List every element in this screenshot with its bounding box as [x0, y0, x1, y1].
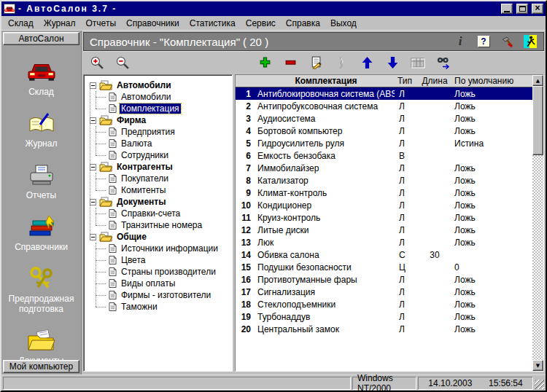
vertical-scrollbar[interactable]: ▲ ▼ — [532, 75, 543, 371]
tree-group-dokumenty[interactable]: Документы — [87, 196, 230, 208]
menu-item-otchety[interactable]: Отчеты — [82, 17, 122, 30]
cell-col-0: 7 — [236, 163, 255, 173]
status-datetime: 14.10.2003 15:56:54 — [418, 377, 533, 390]
tree-item[interactable]: Цвета — [96, 254, 230, 266]
tree-item[interactable]: Виды оплаты — [96, 278, 230, 289]
cell-col-1: Антипробуксовочная система — [255, 101, 395, 111]
tree-item[interactable]: Транзитные номера — [96, 219, 230, 231]
table-row[interactable]: 9Климат-контрольЛЛожь — [236, 187, 532, 199]
tree-item[interactable]: Справки-счета — [96, 208, 230, 219]
find-next-button[interactable] — [434, 54, 453, 71]
help-button[interactable]: ? — [476, 34, 491, 49]
move-up-button[interactable] — [357, 54, 376, 71]
collapse-expander-icon[interactable] — [90, 82, 96, 89]
exit-button[interactable] — [523, 34, 538, 49]
minimize-button[interactable] — [501, 4, 513, 14]
sidebar-item-spravochniki[interactable]: Справочники — [4, 214, 79, 252]
scroll-down-button[interactable]: ▼ — [532, 360, 543, 371]
menu-item-spravka[interactable]: Справка — [282, 17, 326, 30]
close-button[interactable]: × — [532, 4, 543, 14]
zoom-in-button[interactable] — [88, 54, 106, 71]
tree-item[interactable]: Сотрудники — [96, 149, 230, 161]
tree-item-label: Источники информации — [120, 243, 220, 254]
collapse-expander-icon[interactable] — [90, 199, 96, 205]
sidebar-item-predprodazhnaya-podgotovka[interactable]: Предпродажная подготовка — [4, 266, 79, 314]
tools-button[interactable] — [500, 34, 514, 49]
menu-item-servis[interactable]: Сервис — [241, 17, 282, 30]
column-header-2[interactable]: Тип — [395, 76, 418, 86]
tree-group-kontragenty[interactable]: Контрагенты — [87, 161, 230, 173]
sidebar-item-sklad[interactable]: Склад — [4, 59, 79, 97]
tree-item[interactable]: Страны производители — [96, 266, 230, 278]
cell-col-1: Стеклоподъемники — [255, 299, 395, 310]
tree-item[interactable]: Источники информации — [96, 243, 230, 254]
table-row[interactable]: 8КатализаторЛЛожь — [236, 174, 532, 187]
edit-button[interactable] — [306, 54, 325, 71]
scroll-up-button[interactable]: ▲ — [532, 75, 543, 86]
menu-item-spravochniki[interactable]: Справочники — [122, 17, 185, 30]
tree-group-obschie[interactable]: Общие — [87, 231, 230, 243]
panels: АвтомобилиАвтомобилиКомплектацияФирмаПре… — [83, 73, 544, 373]
tree-item[interactable]: Фирмы - изготовители — [96, 289, 230, 301]
tree-item[interactable]: Комплектация — [96, 103, 230, 114]
menu-item-zhurnal[interactable]: Журнал — [39, 17, 82, 30]
maximize-button[interactable] — [516, 4, 528, 14]
table-row[interactable]: 12Литые дискиЛЛожь — [236, 224, 532, 236]
cell-col-0: 14 — [236, 250, 255, 260]
table-row[interactable]: 14Обивка салонаС30 — [236, 248, 532, 261]
menu-item-vyhod[interactable]: Выход — [326, 17, 362, 30]
sidebar-item-otchety[interactable]: Отчеты — [4, 162, 79, 200]
table-row[interactable]: 10КондиционерЛЛожь — [236, 199, 532, 211]
title-bar[interactable]: - АвтоСалон 3.7 - × — [1, 1, 546, 16]
menu-item-statistika[interactable]: Статистика — [185, 17, 241, 30]
table-row[interactable]: 18СтеклоподъемникиЛЛожь — [236, 298, 532, 310]
table-row[interactable]: 13ЛюкЛЛожь — [236, 236, 532, 248]
cell-col-2: Ц — [395, 262, 418, 273]
tree-group-firma[interactable]: Фирма — [87, 114, 230, 126]
scrollbar-thumb[interactable] — [532, 86, 543, 155]
column-header-1[interactable]: Комплектация — [255, 76, 395, 86]
table-row[interactable]: 16Противотуманные фарыЛЛожь — [236, 273, 532, 286]
table-row[interactable]: 2Антипробуксовочная системаЛЛожь — [236, 100, 532, 112]
tree-item[interactable]: Автомобили — [96, 91, 230, 103]
my-computer-button[interactable]: Мой компьютер — [3, 360, 79, 373]
tree-item[interactable]: Таможни — [96, 301, 230, 313]
resize-grip[interactable] — [535, 380, 544, 389]
tree-item[interactable]: Валюта — [96, 138, 230, 149]
column-header-4[interactable]: По умолчанию — [451, 76, 532, 86]
tree-item[interactable]: Предприятия — [96, 126, 230, 138]
tree-group-avtomobili[interactable]: Автомобили — [87, 79, 230, 91]
collapse-expander-icon[interactable] — [90, 164, 96, 170]
collapse-expander-icon[interactable] — [90, 234, 96, 240]
table-row[interactable]: 7ИммобилайзерЛЛожь — [236, 162, 532, 174]
table-row[interactable]: 6Емкость бензобакаВ — [236, 149, 532, 162]
tree-item[interactable]: Комитенты — [96, 184, 230, 196]
table-row[interactable]: 20Центральный замокЛЛожь — [236, 323, 532, 335]
info-button[interactable]: i — [453, 34, 468, 49]
sidebar-item-zhurnal[interactable]: Журнал — [4, 111, 79, 149]
grid-disabled-icon — [411, 57, 425, 68]
table-row[interactable]: 3АудиосистемаЛЛожь — [236, 112, 532, 125]
collapse-expander-icon[interactable] — [90, 117, 96, 124]
scrollbar-track[interactable] — [532, 86, 543, 360]
menu-item-sklad[interactable]: Склад — [4, 17, 39, 30]
table-row[interactable]: 5Гидроусилитель руляЛИстина — [236, 137, 532, 149]
document-icon — [109, 103, 117, 114]
zoom-out-button[interactable] — [113, 54, 132, 71]
table-row[interactable]: 19ТурбонаддувЛЛожь — [236, 310, 532, 323]
add-button[interactable] — [255, 54, 274, 71]
table-row[interactable]: 4Бортовой компьютерЛЛожь — [236, 125, 532, 137]
table-row[interactable]: 15Подушки безопасностиЦ0 — [236, 261, 532, 273]
sidebar-item-dokumenty[interactable]: Документы — [4, 328, 79, 360]
cell-col-1: Иммобилайзер — [255, 163, 395, 173]
autosalon-button[interactable]: АвтоСалон — [3, 32, 79, 45]
delete-button[interactable] — [281, 54, 300, 71]
find-next-icon — [436, 56, 451, 69]
table-row[interactable]: 1Антиблокировочная система (ABS)ЛЛожь — [236, 87, 532, 100]
table-row[interactable]: 17СигнализацияЛЛожь — [236, 286, 532, 298]
column-header-3[interactable]: Длина — [418, 76, 451, 86]
tree-item[interactable]: Покупатели — [96, 173, 230, 184]
cell-col-0: 18 — [236, 299, 255, 310]
move-down-button[interactable] — [383, 54, 402, 71]
table-row[interactable]: 11Круиз-контрольЛЛожь — [236, 211, 532, 224]
